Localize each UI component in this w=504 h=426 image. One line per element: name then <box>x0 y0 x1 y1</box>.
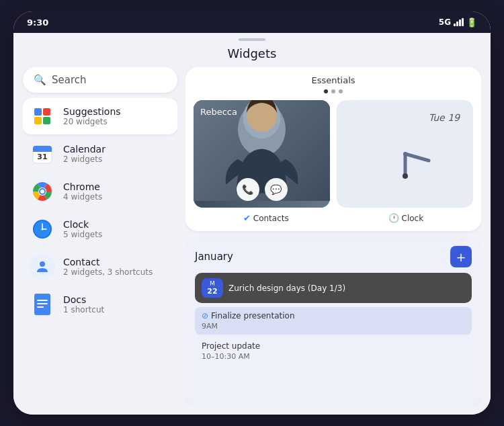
contact-widget-name: Rebecca <box>200 107 237 117</box>
sub-event-2-time: 10–10:30 AM <box>202 352 465 361</box>
clock-widget-svg <box>362 110 449 198</box>
carousel-dots <box>194 89 473 93</box>
widget-labels-row: ✔ Contacts 🕐 Clock <box>194 213 473 223</box>
app-name-clock: Clock <box>63 219 102 230</box>
sub-event-2[interactable]: Project update 10–10:30 AM <box>195 337 472 365</box>
message-button[interactable]: 💬 <box>265 178 288 201</box>
contact-widget[interactable]: Rebecca 📞 💬 <box>194 100 330 208</box>
dot-2[interactable] <box>331 89 335 93</box>
clock-label-text: Clock <box>402 214 424 223</box>
sub-event-1-time: 9AM <box>202 322 465 331</box>
sidebar-item-docs[interactable]: Docs 1 shortcut <box>23 286 177 323</box>
app-info-calendar: Calendar 2 widgets <box>63 144 106 164</box>
sidebar-item-suggestions[interactable]: Suggestions 20 widgets <box>23 98 177 134</box>
sidebar-item-contact[interactable]: Contact 2 widgets, 3 shortcuts <box>23 249 177 285</box>
app-name-docs: Docs <box>63 294 104 305</box>
app-count-calendar: 2 widgets <box>63 155 106 164</box>
chrome-icon <box>32 181 53 202</box>
network-label: 5G <box>439 17 451 27</box>
sidebar-item-chrome[interactable]: Chrome 4 widgets <box>23 173 177 210</box>
grid-icon <box>34 108 50 124</box>
app-info-chrome: Chrome 4 widgets <box>63 181 102 202</box>
app-list: Suggestions 20 widgets 31 <box>23 98 177 323</box>
svg-rect-2 <box>33 148 52 152</box>
app-count-docs: 1 shortcut <box>63 305 104 314</box>
page-title: Widgets <box>13 44 491 67</box>
svg-point-27 <box>403 152 407 156</box>
search-icon: 🔍 <box>34 74 46 86</box>
sub-event-1-title: ⊘ Finalize presentation <box>202 311 465 321</box>
app-name-contact: Contact <box>63 257 153 267</box>
signal-icon <box>454 18 464 26</box>
app-name-calendar: Calendar <box>63 144 106 155</box>
content-layout: 🔍 Search <box>13 67 491 415</box>
sidebar-item-clock[interactable]: Clock 5 widgets <box>23 211 177 247</box>
featured-event-title: Zurich design days (Day 1/3) <box>228 284 345 293</box>
drag-handle[interactable] <box>239 38 265 41</box>
call-button[interactable]: 📞 <box>237 178 259 201</box>
left-sidebar: 🔍 Search <box>23 67 177 405</box>
dot-1[interactable] <box>324 89 328 93</box>
app-info-contact: Contact 2 widgets, 3 shortcuts <box>63 257 153 277</box>
svg-text:31: 31 <box>37 153 47 161</box>
calendar-icon-wrap: 31 <box>30 141 55 167</box>
main-area: Widgets 🔍 Search <box>13 33 491 415</box>
essentials-label: Essentials <box>194 75 473 85</box>
app-count-chrome: 4 widgets <box>63 192 102 202</box>
clock-label-icon: 🕐 <box>388 213 399 223</box>
app-count-contact: 2 widgets, 3 shortcuts <box>63 267 153 277</box>
svg-point-8 <box>40 189 44 194</box>
svg-point-26 <box>403 173 408 179</box>
day-letter: M <box>206 280 218 287</box>
app-name-suggestions: Suggestions <box>63 106 121 117</box>
status-bar: 9:30 5G 🔋 <box>13 11 491 33</box>
calendar-icon: 31 <box>32 143 53 165</box>
app-count-suggestions: 20 widgets <box>63 117 121 126</box>
handle-bar <box>13 33 491 44</box>
status-icons: 5G 🔋 <box>439 17 477 28</box>
calendar-add-button[interactable]: + <box>450 246 472 267</box>
svg-point-13 <box>42 228 44 230</box>
clock-label: 🕐 Clock <box>388 213 424 223</box>
clock-app-icon <box>32 218 53 240</box>
search-placeholder: Search <box>52 74 87 86</box>
suggestions-icon-wrap <box>30 103 55 129</box>
dot-3[interactable] <box>339 89 343 93</box>
contacts-label: ✔ Contacts <box>243 213 289 223</box>
docs-icon <box>33 294 52 315</box>
contacts-check-icon: ✔ <box>243 213 251 223</box>
search-bar[interactable]: 🔍 Search <box>23 67 177 93</box>
app-info-docs: Docs 1 shortcut <box>63 294 104 314</box>
sub-event-2-title: Project update <box>202 341 465 351</box>
contact-icon <box>34 259 50 275</box>
calendar-header: January + <box>195 246 472 267</box>
day-number: 22 <box>207 287 217 296</box>
app-name-chrome: Chrome <box>63 181 102 192</box>
battery-icon: 🔋 <box>466 17 477 28</box>
app-info-suggestions: Suggestions 20 widgets <box>63 106 121 126</box>
calendar-card: January + M 22 Zurich design days (Day 1… <box>185 238 481 405</box>
calendar-month: January <box>195 251 233 263</box>
status-time: 9:30 <box>27 17 48 28</box>
widgets-row: Rebecca 📞 💬 <box>194 100 473 208</box>
chrome-icon-wrap <box>30 179 55 204</box>
essentials-card: Essentials <box>185 67 481 231</box>
featured-event[interactable]: M 22 Zurich design days (Day 1/3) <box>195 273 472 303</box>
clock-icon-wrap <box>30 216 55 242</box>
clock-widget[interactable]: Tue 19 <box>337 100 473 208</box>
docs-icon-wrap <box>30 292 55 317</box>
contact-icon-wrap <box>30 254 55 280</box>
event-date-badge: M 22 <box>202 278 223 298</box>
app-count-clock: 5 widgets <box>63 230 102 239</box>
svg-point-14 <box>40 261 45 267</box>
right-panel: Essentials <box>185 67 481 405</box>
sidebar-item-calendar[interactable]: 31 Calendar 2 widgets <box>23 136 177 172</box>
device-frame: 9:30 5G 🔋 Widgets 🔍 Search <box>13 11 491 415</box>
check-circle-icon: ⊘ <box>202 311 208 321</box>
app-info-clock: Clock 5 widgets <box>63 219 102 239</box>
contact-actions: 📞 💬 <box>237 178 288 201</box>
sub-event-1[interactable]: ⊘ Finalize presentation 9AM <box>195 307 472 335</box>
contacts-label-text: Contacts <box>253 214 289 223</box>
clock-date-text: Tue 19 <box>429 112 460 123</box>
